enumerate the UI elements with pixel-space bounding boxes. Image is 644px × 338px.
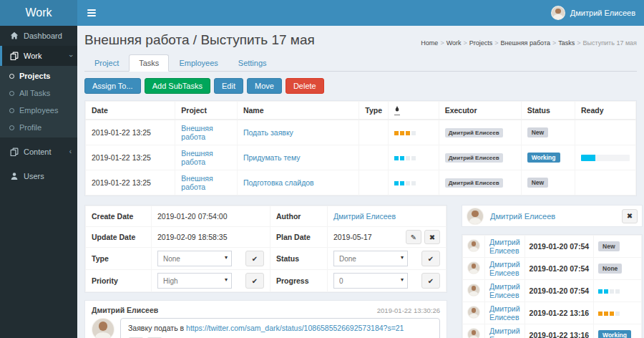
task-project-link[interactable]: Внешняя работа <box>181 174 213 191</box>
user-avatar <box>551 6 565 20</box>
circle-icon <box>9 125 14 130</box>
status-badge: New <box>527 178 548 188</box>
col-name[interactable]: Name <box>237 102 358 120</box>
sidebar-item-profile[interactable]: Profile <box>0 119 77 136</box>
sidebar-toggle-icon[interactable] <box>77 0 106 26</box>
tasks-table: Date Project Name Type Executor Status R… <box>85 101 636 195</box>
author-link[interactable]: Дмитрий Елисеев <box>333 212 396 221</box>
col-executor[interactable]: Executor <box>439 102 521 120</box>
task-details-table: Create Date 2019-01-20 07:54:00 Author Д… <box>85 206 447 292</box>
sidebar-item-employees[interactable]: Employees <box>0 102 77 119</box>
user-menu[interactable]: Дмитрий Елисеев <box>542 0 644 26</box>
progress-select[interactable]: 0 <box>333 273 408 289</box>
col-project[interactable]: Project <box>175 102 238 120</box>
status-badge: Working <box>527 153 560 163</box>
delete-button[interactable]: Delete <box>286 78 324 94</box>
comment-timestamp: 2019-01-22 13:30:26 <box>377 306 440 314</box>
history-user-link[interactable]: Дмитрий Елисеев <box>489 238 520 255</box>
comment-avatar <box>92 318 114 338</box>
task-row: 2019-01-22 13:25 Внешняя работа Придумат… <box>86 145 636 170</box>
sidebar-item-content[interactable]: Content ‹ <box>0 142 77 162</box>
history-user-link[interactable]: Дмитрий Елисеев <box>489 327 520 338</box>
col-type[interactable]: Type <box>359 102 389 120</box>
comment-bubble: Заявку подать в https://twitter.com/sam_… <box>120 318 440 338</box>
breadcrumb-projects[interactable]: Projects <box>469 39 493 47</box>
task-project-link[interactable]: Внешняя работа <box>181 149 213 166</box>
create-date-value: 2019-01-20 07:54:00 <box>152 206 270 227</box>
breadcrumb-project[interactable]: Внешняя работа <box>501 39 550 47</box>
status-label: Status <box>270 248 328 270</box>
task-name-link[interactable]: Подать заявку <box>243 128 293 137</box>
breadcrumb-home[interactable]: Home <box>421 39 438 47</box>
sidebar-item-dashboard[interactable]: Dashboard <box>0 26 77 46</box>
progress-apply-button[interactable]: ✔ <box>421 273 440 289</box>
user-icon <box>10 172 19 180</box>
breadcrumb-current: Выступить 17 мая <box>583 39 638 47</box>
sidebar-item-work[interactable]: Work › <box>0 46 77 66</box>
type-select[interactable]: None <box>157 251 232 266</box>
app-logo[interactable]: Work <box>0 0 77 26</box>
sidebar-work-submenu: Projects All Tasks Employees Profile <box>0 66 77 137</box>
plan-date-clear-button[interactable]: ✖ <box>424 230 440 244</box>
chevron-left-icon: ‹ <box>69 148 72 155</box>
assign-to-button[interactable]: Assign To... <box>84 78 141 94</box>
sidebar-item-all-tasks[interactable]: All Tasks <box>0 84 77 102</box>
breadcrumb-work[interactable]: Work <box>447 39 462 47</box>
history-avatar <box>467 306 480 319</box>
task-project-link[interactable]: Внешняя работа <box>181 124 213 141</box>
task-details-card: Create Date 2019-01-20 07:54:00 Author Д… <box>84 205 447 293</box>
plan-date-edit-button[interactable]: ✎ <box>406 230 421 244</box>
col-date[interactable]: Date <box>86 102 175 120</box>
content-area: Внешняя работа / Выступить 17 мая Home>W… <box>77 26 644 338</box>
task-name-link[interactable]: Подготовка слайдов <box>243 178 314 187</box>
move-button[interactable]: Move <box>247 78 282 94</box>
tab-project[interactable]: Project <box>84 54 129 72</box>
comment-link[interactable]: https://twitter.com/sam_dark/status/1086… <box>186 324 404 332</box>
history-date: 2019-01-20 07:54 <box>525 280 593 302</box>
priority-flame-icon <box>394 105 400 115</box>
sidebar-item-users[interactable]: Users <box>0 166 77 186</box>
priority-apply-button[interactable]: ✔ <box>245 273 264 289</box>
history-user-link[interactable]: Дмитрий Елисеев <box>489 260 520 277</box>
type-apply-button[interactable]: ✔ <box>245 251 264 266</box>
col-priority[interactable] <box>389 102 439 120</box>
assignee-link[interactable]: Дмитрий Елисеев <box>490 212 615 221</box>
tab-settings[interactable]: Settings <box>228 54 277 72</box>
progress-label: Progress <box>270 270 328 292</box>
sidebar-item-projects[interactable]: Projects <box>0 67 77 84</box>
priority-squares <box>394 131 416 135</box>
tab-employees[interactable]: Employees <box>169 54 228 72</box>
status-apply-button[interactable]: ✔ <box>421 251 440 266</box>
col-ready[interactable]: Ready <box>575 102 636 120</box>
navbar-main: Дмитрий Елисеев <box>77 0 644 26</box>
chevron-down-icon: › <box>67 54 74 57</box>
action-toolbar: Assign To... Add SubTasks Edit Move Dele… <box>84 78 637 94</box>
plan-date-value: 2019-05-17 <box>333 233 372 241</box>
tab-tasks[interactable]: Tasks <box>129 54 169 72</box>
history-user-link[interactable]: Дмитрий Елисеев <box>489 282 520 299</box>
status-select[interactable]: Done <box>333 251 408 266</box>
add-subtasks-button[interactable]: Add SubTasks <box>145 78 210 94</box>
task-date: 2019-01-22 13:25 <box>86 145 175 170</box>
history-user-link[interactable]: Дмитрий Елисеев <box>489 304 520 322</box>
col-status[interactable]: Status <box>521 102 575 120</box>
executor-badge: Дмитрий Елисеев <box>445 128 503 137</box>
history-avatar <box>467 284 480 296</box>
assignee-remove-button[interactable]: ✖ <box>622 209 638 223</box>
task-date: 2019-01-22 13:25 <box>86 170 175 195</box>
breadcrumb-tasks[interactable]: Tasks <box>558 39 575 47</box>
history-table: Дмитрий Елисеев 2019-01-20 07:54 New Дми… <box>462 235 642 338</box>
history-row: Дмитрий Елисеев 2019-01-22 13:16 Working <box>463 324 642 338</box>
history-date: 2019-01-22 13:16 <box>525 302 593 324</box>
table-header-row: Date Project Name Type Executor Status R… <box>86 102 636 120</box>
edit-button[interactable]: Edit <box>214 78 243 94</box>
task-row: 2019-01-22 13:25 Внешняя работа Подать з… <box>86 120 636 145</box>
task-type <box>359 145 389 170</box>
plan-date-label: Plan Date <box>270 227 328 248</box>
priority-select[interactable]: High <box>157 273 232 289</box>
executor-badge: Дмитрий Елисеев <box>445 153 503 163</box>
tab-bar: Project Tasks Employees Settings <box>84 54 637 72</box>
sidebar: Dashboard Work › Projects All Tasks Empl… <box>0 26 77 338</box>
task-name-link[interactable]: Придумать тему <box>243 153 301 162</box>
history-avatar <box>467 328 480 338</box>
